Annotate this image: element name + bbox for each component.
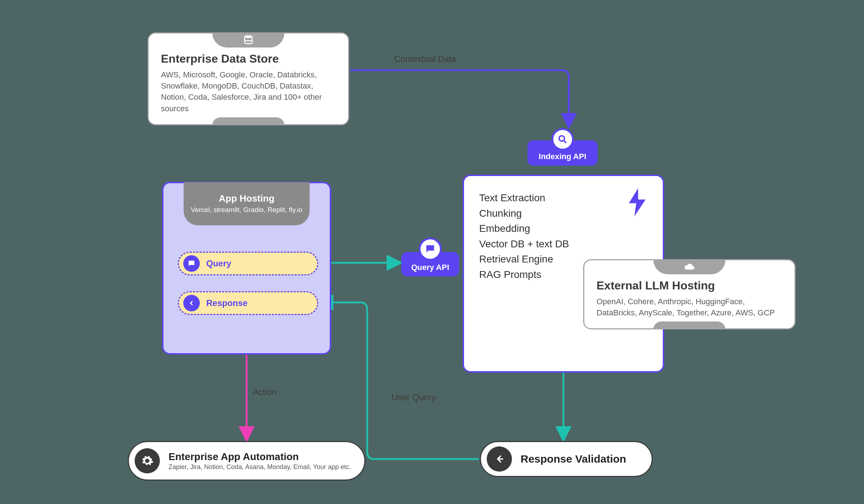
automation-title: Enterprise App Automation [168, 451, 351, 463]
arrow-left-icon [487, 446, 512, 472]
eds-desc: AWS, Microsoft, Google, Oracle, Databric… [161, 69, 336, 114]
response-validation-pill: Response Validation [480, 441, 653, 477]
app-hosting-subtitle: Vercel, streamlit, Gradio, Replit, fly.i… [191, 206, 302, 215]
lightning-icon [626, 188, 648, 221]
automation-desc: Zapier, Jira, Notion, Coda, Asana, Monda… [168, 463, 351, 471]
response-pill[interactable]: Response [178, 291, 318, 315]
app-hosting-panel: App Hosting Vercel, streamlit, Gradio, R… [162, 182, 331, 355]
query-api-badge: Query API [401, 252, 459, 276]
database-icon [212, 32, 284, 48]
cloud-icon [653, 259, 725, 274]
svg-point-0 [244, 35, 252, 38]
response-label: Response [206, 298, 248, 308]
chat-icon [183, 255, 200, 272]
query-label: Query [206, 258, 231, 269]
response-validation-label: Response Validation [521, 453, 626, 465]
card-grip [212, 117, 284, 125]
enterprise-data-store-card: Enterprise Data Store AWS, Microsoft, Go… [148, 32, 349, 125]
llm-desc: OpenAI, Cohere, Anthropic, HuggingFace, … [597, 296, 782, 318]
edge-label-user-query: User Query [392, 392, 436, 402]
enterprise-app-automation-pill: Enterprise App Automation Zapier, Jira, … [128, 441, 365, 481]
eds-title: Enterprise Data Store [161, 52, 336, 66]
arrow-left-icon [183, 295, 200, 311]
llm-title: External LLM Hosting [597, 279, 782, 292]
external-llm-hosting-card: External LLM Hosting OpenAI, Cohere, Ant… [583, 259, 796, 329]
proc-line-3: Embedding [479, 221, 648, 237]
proc-line-4: Vector DB + text DB [479, 237, 648, 252]
edge-label-contextual-data: Contextual Data [394, 54, 456, 64]
search-icon [552, 128, 574, 150]
query-api-label: Query API [411, 263, 449, 272]
app-hosting-header: App Hosting Vercel, streamlit, Gradio, R… [184, 182, 310, 225]
query-pill[interactable]: Query [178, 252, 318, 275]
proc-line-1: Text Extraction [479, 190, 648, 206]
gear-icon [135, 448, 160, 473]
proc-line-2: Chunking [479, 206, 648, 221]
app-hosting-title: App Hosting [219, 193, 275, 204]
edge-label-action: Action [253, 387, 277, 397]
svg-point-1 [559, 136, 564, 141]
indexing-api-badge: Indexing API [527, 140, 598, 166]
card-grip [653, 321, 725, 329]
chat-bubble-icon [419, 238, 442, 261]
indexing-api-label: Indexing API [539, 152, 586, 161]
